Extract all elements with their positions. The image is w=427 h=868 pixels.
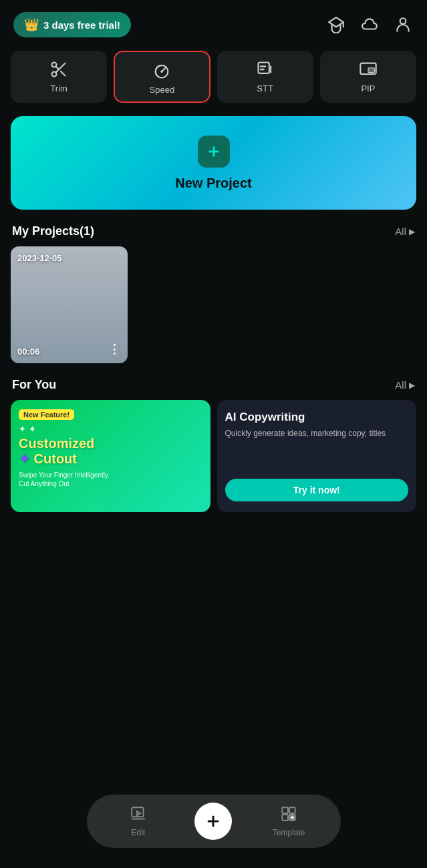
my-projects-all-label: All: [395, 226, 406, 237]
svg-point-9: [161, 70, 164, 73]
svg-rect-22: [282, 807, 288, 813]
template-label: Template: [273, 828, 305, 837]
nav-edit[interactable]: Edit: [118, 805, 158, 837]
project-menu-icon[interactable]: ⋮: [108, 342, 121, 357]
tool-trim[interactable]: Trim: [11, 51, 107, 103]
ai-copy-title: AI Copywriting: [225, 411, 409, 424]
svg-marker-19: [137, 811, 140, 816]
for-you-title: For You: [12, 378, 56, 392]
stt-icon: [256, 60, 275, 79]
pip-label: PIP: [361, 83, 375, 93]
chevron-right-icon-2: ▶: [409, 381, 415, 390]
projects-list: 2023-12-05 00:06 ⋮: [0, 246, 427, 374]
svg-rect-12: [259, 69, 264, 70]
for-you-all[interactable]: All ▶: [395, 379, 415, 391]
nav-template[interactable]: Template: [269, 805, 309, 837]
project-duration: 00:06: [17, 347, 39, 357]
pip-icon: [359, 60, 378, 79]
mortarboard-icon[interactable]: [325, 14, 347, 35]
profile-icon[interactable]: [392, 14, 414, 35]
ai-copy-card[interactable]: AI Copywriting Quickly generate ideas, m…: [217, 400, 417, 512]
svg-line-7: [56, 66, 59, 69]
plus-circle: [198, 136, 230, 168]
for-you-cards: New Feature! ✦ ✦ Customized ✦ Cutout Swi…: [0, 400, 427, 523]
speed-label: Speed: [150, 85, 175, 95]
header-icons: [325, 14, 414, 35]
svg-point-2: [400, 18, 406, 24]
nav-plus-icon: [204, 812, 223, 831]
tool-pip[interactable]: PIP: [320, 51, 416, 103]
svg-rect-10: [258, 63, 269, 73]
tool-stt[interactable]: STT: [217, 51, 313, 103]
ai-copy-desc: Quickly generate ideas, marketing copy, …: [225, 428, 409, 439]
my-projects-title: My Projects(1): [12, 224, 94, 238]
my-projects-header: My Projects(1) All ▶: [0, 220, 427, 246]
tool-grid: Trim Speed STT PIP: [0, 44, 427, 114]
svg-rect-24: [282, 815, 288, 821]
for-you-all-label: All: [395, 379, 406, 391]
new-feature-badge: New Feature!: [19, 409, 74, 420]
project-date: 2023-12-05: [17, 253, 62, 263]
project-item[interactable]: 2023-12-05 00:06 ⋮: [11, 246, 128, 363]
new-project-label: New Project: [175, 176, 251, 191]
cutout-card[interactable]: New Feature! ✦ ✦ Customized ✦ Cutout Swi…: [11, 400, 210, 512]
edit-label: Edit: [131, 828, 145, 837]
trial-badge[interactable]: 👑 3 days free trial!: [13, 12, 131, 37]
new-project-banner[interactable]: New Project: [11, 116, 416, 210]
svg-line-6: [61, 71, 65, 75]
svg-rect-14: [368, 68, 374, 73]
chevron-right-icon: ▶: [409, 227, 415, 236]
stt-label: STT: [257, 83, 273, 93]
cloud-icon[interactable]: [359, 14, 380, 35]
plus-icon: [205, 143, 223, 160]
nav-center-button[interactable]: [194, 803, 232, 840]
crown-icon: 👑: [24, 17, 39, 32]
header: 👑 3 days free trial!: [0, 0, 427, 44]
scissors-icon: [49, 60, 68, 79]
for-you-header: For You All ▶: [0, 374, 427, 400]
edit-icon: [130, 805, 147, 825]
svg-rect-11: [259, 65, 265, 67]
trial-label: 3 days free trial!: [43, 19, 120, 31]
svg-rect-23: [289, 807, 295, 813]
tool-speed[interactable]: Speed: [114, 51, 210, 103]
trim-label: Trim: [50, 83, 67, 93]
try-now-button[interactable]: Try it now!: [225, 479, 409, 501]
template-icon: [280, 805, 297, 825]
my-projects-all[interactable]: All ▶: [395, 226, 415, 237]
speed-icon: [152, 61, 171, 80]
bottom-nav: Edit Template: [87, 795, 341, 848]
